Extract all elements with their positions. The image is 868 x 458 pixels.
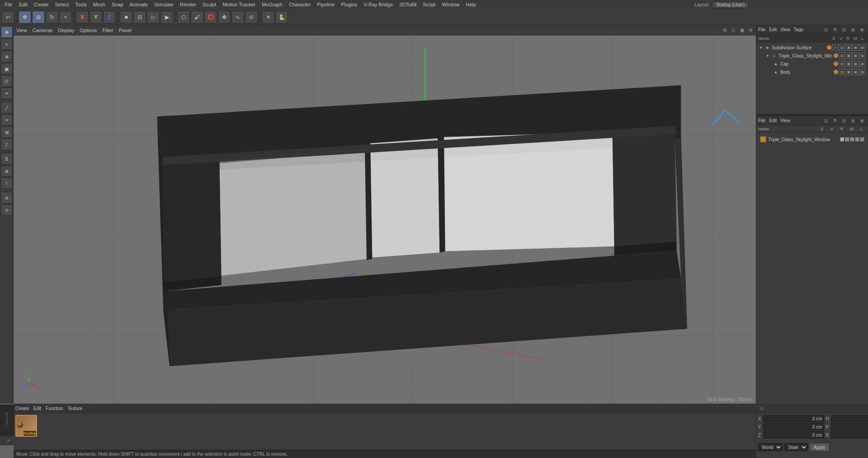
menu-mograph[interactable]: MoGraph <box>259 1 285 8</box>
menu-plugins[interactable]: Plugins <box>338 1 360 8</box>
tool-spline[interactable]: ⌇ <box>1 177 13 189</box>
mm-icon-2[interactable]: ⧉ <box>831 117 839 125</box>
menu-animate[interactable]: Animate <box>127 1 151 8</box>
menu-create[interactable]: Create <box>31 1 52 8</box>
coord-icon-1[interactable]: ⊡ <box>758 405 765 412</box>
tree-check-b1[interactable]: ⊡ <box>839 69 845 75</box>
tree-item-body[interactable]: ▲ Body ⊡ ⊠ ⊞ ⊟ <box>757 68 867 76</box>
render-region[interactable]: ⊟ <box>133 11 146 24</box>
coord-x-input[interactable] <box>763 415 824 422</box>
move-tool[interactable]: ✥ <box>19 11 31 24</box>
bottom-menu-create[interactable]: Create <box>15 406 29 411</box>
coord-y-input[interactable] <box>763 423 824 430</box>
tool-cloth[interactable]: ⊙ <box>1 204 13 216</box>
tool-pointer[interactable]: ↖ <box>1 38 13 50</box>
om-menu-tags[interactable]: Tags <box>794 27 803 32</box>
bottom-menu-function[interactable]: Function <box>46 406 63 411</box>
tree-check-c3[interactable]: ⊞ <box>852 61 859 67</box>
tree-arrow-1[interactable]: ▼ <box>766 54 769 57</box>
viewport-3d[interactable]: View Cameras Display Options Filter Pane… <box>14 25 756 404</box>
tree-check-t2[interactable]: ⊠ <box>845 52 852 59</box>
mm-menu-edit[interactable]: Edit <box>769 118 777 123</box>
scale-tool[interactable]: ⊞ <box>32 11 45 24</box>
tool-polygon-pen[interactable]: ✏ <box>1 87 13 99</box>
om-menu-view[interactable]: View <box>780 27 790 32</box>
tree-item-subdivision[interactable]: ▼ ◆ Subdivision Surface ✓ ⊡ ⊠ ⊞ ⊟ <box>757 43 867 52</box>
menu-3dtoall[interactable]: 3DToAll <box>396 1 419 8</box>
vp-icon-settings[interactable]: ⚙ <box>747 26 754 33</box>
mm-icon-4[interactable]: ⊞ <box>849 117 857 125</box>
mm-menu-view[interactable]: View <box>780 118 790 123</box>
tree-check-2[interactable]: ⊡ <box>839 44 845 51</box>
apply-button[interactable]: Apply <box>810 443 829 451</box>
tool-rectangle-select[interactable]: ▣ <box>1 63 13 75</box>
tree-check-c1[interactable]: ⊡ <box>839 61 845 67</box>
menu-render[interactable]: Render <box>177 1 199 8</box>
python-tool[interactable]: 🐍 <box>275 11 288 24</box>
om-menu-edit[interactable]: Edit <box>769 27 777 32</box>
tree-arrow-0[interactable]: ▼ <box>759 46 763 49</box>
y-axis-toggle[interactable]: Y <box>90 11 102 24</box>
render-view[interactable]: ▷ <box>147 11 160 24</box>
viewport-menu-cameras[interactable]: Cameras <box>33 28 53 33</box>
menu-edit[interactable]: Edit <box>16 1 30 8</box>
viewport-menu-options[interactable]: Options <box>80 28 97 33</box>
tree-check-b3[interactable]: ⊞ <box>852 69 859 75</box>
tree-check-c2[interactable]: ⊠ <box>845 61 852 67</box>
polygon-tool[interactable]: ⬡ <box>177 11 190 24</box>
brush-tool[interactable]: 🖌 <box>191 11 203 24</box>
menu-sculpt[interactable]: Sculpt <box>200 1 219 8</box>
menu-simulate[interactable]: Simulate <box>151 1 176 8</box>
menu-vray[interactable]: V-Ray Bridge <box>361 1 396 8</box>
bottom-menu-edit[interactable]: Edit <box>33 406 41 411</box>
tree-check-t4[interactable]: ⊟ <box>859 52 865 59</box>
tool-hair[interactable]: ≋ <box>1 192 13 204</box>
z-axis-toggle[interactable]: Z <box>103 11 116 24</box>
menu-window[interactable]: Window <box>439 1 462 8</box>
menu-mesh[interactable]: Mesh <box>90 1 108 8</box>
tree-item-triple-glass[interactable]: ▼ ◇ Triple_Glass_Skylight_Window ⊡ ⊠ ⊞ ⊟ <box>757 52 867 60</box>
tree-check-1[interactable]: ✓ <box>832 44 838 51</box>
material-preview-thumbnail[interactable]: Rooftop <box>15 415 37 437</box>
light-tool[interactable]: ☀ <box>262 11 274 24</box>
menu-character[interactable]: Character <box>286 1 313 8</box>
bottom-menu-texture[interactable]: Texture <box>68 406 83 411</box>
coord-z-input[interactable] <box>763 431 824 439</box>
om-icon-3[interactable]: ⊟ <box>840 26 848 34</box>
vp-icon-display[interactable]: ▦ <box>738 26 745 33</box>
menu-file[interactable]: File <box>2 1 15 8</box>
viewport-menu-display[interactable]: Display <box>58 28 74 33</box>
viewport-menu-view[interactable]: View <box>16 28 27 33</box>
om-icon-4[interactable]: ⊞ <box>849 26 857 34</box>
coord-p-input[interactable] <box>831 423 868 430</box>
tree-check-t3[interactable]: ⊞ <box>852 52 859 59</box>
mm-menu-file[interactable]: File <box>758 118 765 123</box>
menu-pipeline[interactable]: Pipeline <box>314 1 337 8</box>
tool-scale-deform[interactable]: S <box>1 153 13 165</box>
menu-snap[interactable]: Snap <box>109 1 126 8</box>
tree-check-b2[interactable]: ⊠ <box>845 69 852 75</box>
om-icon-5[interactable]: ⊠ <box>858 26 866 34</box>
coord-state-select[interactable]: State <box>784 443 808 451</box>
vp-icon-camera[interactable]: ⊙ <box>730 26 737 33</box>
x-axis-toggle[interactable]: X <box>76 11 89 24</box>
object-mode[interactable]: ■ <box>120 11 132 24</box>
tool-extrude[interactable]: ⤴ <box>1 138 13 150</box>
render-all[interactable]: ▶ <box>160 11 173 24</box>
menu-select[interactable]: Select <box>52 1 72 8</box>
coord-world-select[interactable]: World <box>758 443 783 451</box>
tree-check-b4[interactable]: ⊟ <box>859 69 865 75</box>
tool-edge[interactable]: ╱ <box>1 102 13 114</box>
tool-knife[interactable]: ✂ <box>1 114 13 126</box>
tool-move[interactable]: ✥ <box>1 26 13 38</box>
viewport-menu-filter[interactable]: Filter <box>102 28 113 33</box>
viewport-menu-panel[interactable]: Panel <box>119 28 132 33</box>
tree-item-cap[interactable]: ▲ Cap ⊡ ⊠ ⊞ ⊟ <box>757 60 867 68</box>
material-item-triple-glass[interactable]: Triple_Glass_Skylight_Window <box>758 134 866 144</box>
paint-tool[interactable]: ⭕ <box>204 11 217 24</box>
magnet-tool[interactable]: ✤ <box>218 11 231 24</box>
tool-bridge[interactable]: ⊞ <box>1 126 13 138</box>
spline-tool[interactable]: ∿ <box>231 11 244 24</box>
vp-icon-expand[interactable]: ⊞ <box>721 26 728 33</box>
menu-help[interactable]: Help <box>463 1 479 8</box>
